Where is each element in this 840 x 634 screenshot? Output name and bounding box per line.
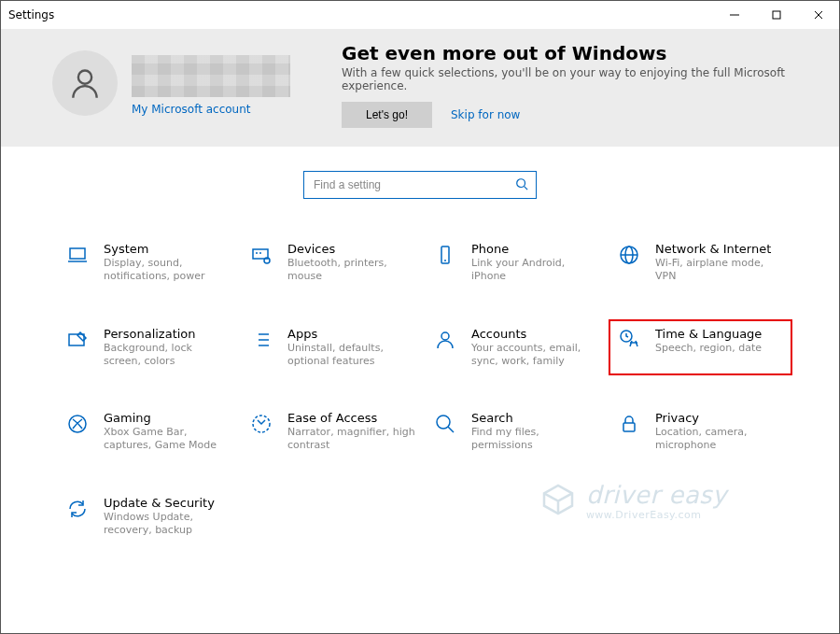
tile-title: Phone (471, 242, 599, 256)
tile-phone[interactable]: Phone Link your Android, iPhone (425, 234, 609, 291)
window-controls (713, 1, 839, 29)
tile-desc: Your accounts, email, sync, work, family (471, 342, 599, 369)
sync-icon (66, 496, 91, 538)
tile-desc: Bluetooth, printers, mouse (287, 257, 415, 284)
tile-gaming[interactable]: Gaming Xbox Game Bar, captures, Game Mod… (57, 403, 241, 460)
tile-desc: Xbox Game Bar, captures, Game Mode (104, 426, 231, 453)
laptop-icon (66, 242, 91, 284)
close-icon (813, 9, 824, 21)
tile-desc: Location, camera, microphone (655, 426, 783, 453)
svg-point-4 (78, 71, 91, 84)
lock-icon (618, 411, 642, 453)
svg-rect-7 (70, 248, 85, 259)
tile-title: Devices (287, 242, 415, 256)
close-button[interactable] (797, 1, 839, 29)
tile-desc: Background, lock screen, colors (104, 342, 231, 369)
tile-personalization[interactable]: Personalization Background, lock screen,… (57, 319, 241, 376)
header-banner: My Microsoft account Get even more out o… (1, 29, 839, 147)
keyboard-icon (250, 242, 274, 284)
tile-title: Apps (287, 327, 415, 341)
accessibility-icon (250, 411, 274, 453)
maximize-icon (771, 9, 782, 21)
svg-point-5 (517, 178, 525, 187)
tile-desc: Narrator, magnifier, high contrast (287, 426, 415, 453)
tile-desc: Windows Update, recovery, backup (104, 511, 231, 538)
svg-rect-9 (253, 249, 268, 259)
tile-update-security[interactable]: Update & Security Windows Update, recove… (57, 488, 241, 545)
promo-title: Get even more out of Windows (342, 42, 811, 64)
titlebar: Settings (1, 1, 839, 29)
tile-apps[interactable]: Apps Uninstall, defaults, optional featu… (241, 319, 425, 376)
apps-icon (250, 327, 274, 369)
tile-network[interactable]: Network & Internet Wi-Fi, airplane mode,… (609, 234, 792, 291)
tile-desc: Link your Android, iPhone (471, 257, 599, 284)
ms-account-link[interactable]: My Microsoft account (132, 103, 290, 116)
window-title: Settings (8, 8, 54, 21)
svg-rect-1 (773, 11, 780, 19)
tile-title: Ease of Access (287, 411, 415, 425)
tile-desc: Wi-Fi, airplane mode, VPN (655, 257, 783, 284)
tile-title: Privacy (655, 411, 783, 425)
tile-title: Update & Security (104, 496, 231, 510)
search-area (1, 147, 839, 218)
tile-title: Gaming (104, 411, 231, 425)
profile-text: My Microsoft account (132, 55, 290, 116)
search-box[interactable] (303, 171, 537, 199)
tile-title: Time & Language (655, 327, 762, 341)
skip-link[interactable]: Skip for now (451, 108, 520, 121)
search-icon (515, 177, 528, 193)
tile-time-language[interactable]: Time & Language Speech, region, date (609, 319, 792, 376)
profile-area: My Microsoft account (52, 50, 314, 116)
minimize-button[interactable] (713, 1, 755, 29)
promo-subtitle: With a few quick selections, you'll be o… (342, 66, 811, 92)
xbox-icon (66, 411, 91, 453)
tile-title: Accounts (471, 327, 599, 341)
clock-language-icon (618, 327, 642, 369)
tile-accounts[interactable]: Accounts Your accounts, email, sync, wor… (425, 319, 609, 376)
tile-title: Network & Internet (655, 242, 783, 256)
tile-desc: Display, sound, notifications, power (104, 257, 231, 284)
magnifier-icon (434, 411, 458, 453)
svg-line-30 (448, 427, 454, 432)
promo-area: Get even more out of Windows With a few … (342, 38, 811, 128)
settings-window: Settings My Microsoft account Get ev (0, 0, 840, 634)
person-outline-icon (434, 327, 458, 369)
maximize-button[interactable] (755, 1, 797, 29)
tile-title: System (104, 242, 231, 256)
tile-title: Personalization (104, 327, 231, 341)
tile-privacy[interactable]: Privacy Location, camera, microphone (609, 403, 792, 460)
profile-name-redacted (132, 55, 290, 97)
avatar[interactable] (52, 50, 118, 116)
tile-title: Search (471, 411, 599, 425)
person-icon (67, 65, 103, 101)
tile-devices[interactable]: Devices Bluetooth, printers, mouse (241, 234, 425, 291)
svg-rect-31 (623, 423, 635, 431)
tile-desc: Speech, region, date (655, 342, 762, 355)
svg-point-29 (437, 416, 450, 429)
promo-actions: Let's go! Skip for now (342, 102, 811, 128)
globe-icon (618, 242, 642, 284)
minimize-icon (729, 9, 740, 21)
tile-ease-of-access[interactable]: Ease of Access Narrator, magnifier, high… (241, 403, 425, 460)
tile-search[interactable]: Search Find my files, permissions (425, 403, 609, 460)
tile-system[interactable]: System Display, sound, notifications, po… (57, 234, 241, 291)
search-input[interactable] (312, 177, 510, 192)
paint-icon (66, 327, 91, 369)
tile-desc: Uninstall, defaults, optional features (287, 342, 415, 369)
lets-go-button[interactable]: Let's go! (342, 102, 432, 128)
svg-line-6 (525, 186, 528, 190)
svg-point-25 (441, 332, 449, 340)
settings-tile-grid: System Display, sound, notifications, po… (1, 218, 839, 544)
tile-desc: Find my files, permissions (471, 426, 599, 453)
phone-icon (434, 242, 458, 284)
